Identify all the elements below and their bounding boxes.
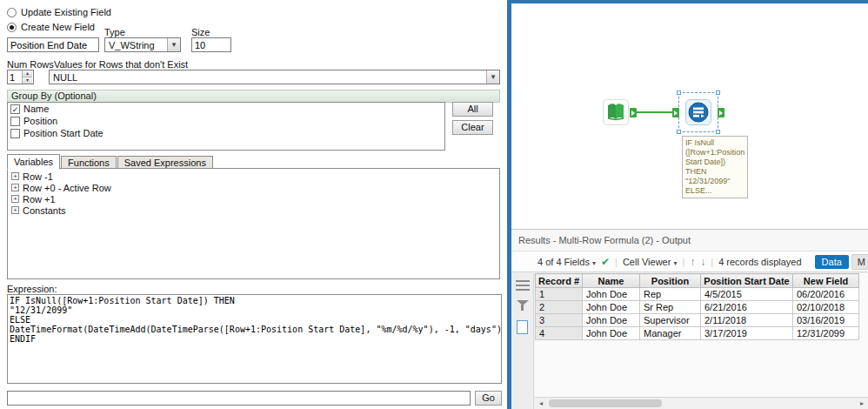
table-cell[interactable]: 4 [536, 327, 583, 340]
create-new-field-radio[interactable]: Create New Field [7, 22, 95, 32]
all-button[interactable]: All [452, 102, 493, 117]
default-values-dropdown[interactable]: NULL ▾ [49, 70, 500, 84]
table-cell[interactable]: 2 [536, 301, 583, 314]
expression-editor[interactable] [7, 294, 502, 384]
column-header[interactable]: Position [640, 274, 701, 288]
selection-handle[interactable] [716, 130, 720, 134]
table-cell[interactable]: John Doe [583, 327, 640, 340]
table-cell[interactable]: John Doe [583, 288, 640, 301]
group-by-item-label: Position Start Date [23, 128, 103, 138]
table-cell[interactable]: John Doe [583, 301, 640, 314]
table-cell[interactable]: 02/10/2018 [793, 301, 859, 314]
expand-plus-icon[interactable]: + [11, 206, 19, 214]
table-cell[interactable]: 2/11/2018 [701, 314, 793, 327]
multi-row-formula-tool[interactable] [685, 99, 711, 127]
down-arrow-icon[interactable]: ↓ [700, 256, 705, 268]
table-view-icon[interactable] [516, 280, 530, 291]
input-data-tool[interactable] [603, 99, 629, 127]
num-rows-label: Num Rows [7, 59, 54, 70]
column-header[interactable]: Record # [536, 274, 583, 288]
column-header[interactable]: Name [583, 274, 640, 288]
input-anchor-icon[interactable] [672, 108, 679, 117]
table-cell[interactable]: John Doe [583, 314, 640, 327]
annotation-line: Start Date]) THEN [685, 158, 744, 177]
table-cell[interactable]: 03/16/2019 [793, 314, 859, 327]
horizontal-scrollbar[interactable]: ◂ ▸ [535, 397, 868, 409]
filter-view-icon[interactable] [516, 299, 530, 312]
output-anchor-icon[interactable] [630, 108, 637, 117]
expand-plus-icon[interactable]: + [11, 195, 19, 203]
table-cell[interactable]: 3 [536, 314, 583, 327]
workflow-canvas[interactable]: IF IsNull([Row+1:PositionStart Date]) TH… [511, 0, 868, 229]
num-rows-input[interactable] [8, 70, 22, 84]
go-button[interactable]: Go [475, 391, 502, 406]
table-row: 2John DoeSr Rep6/21/201602/10/2018 [536, 301, 859, 314]
type-dropdown[interactable]: V_WString ▾ [104, 37, 181, 52]
apply-check-icon[interactable]: ✔ [601, 256, 610, 268]
table-cell[interactable]: Rep [640, 288, 701, 301]
update-existing-field-radio[interactable]: Update Existing Field [7, 7, 111, 17]
checkbox-icon[interactable] [10, 117, 20, 126]
spinner-buttons[interactable]: ▴▾ [22, 70, 32, 84]
tool-annotation[interactable]: IF IsNull([Row+1:PositionStart Date]) TH… [682, 136, 748, 198]
selection-handle[interactable] [677, 130, 681, 134]
radio-label: Update Existing Field [21, 7, 111, 17]
bottom-input[interactable] [7, 391, 471, 406]
tree-item[interactable]: +Row +0 - Active Row [8, 182, 499, 193]
chevron-down-icon[interactable]: ▾ [167, 38, 180, 51]
group-by-item[interactable]: Position Start Date [8, 127, 444, 139]
field-name-input[interactable] [7, 37, 99, 52]
page-view-icon[interactable] [517, 320, 528, 334]
table-cell[interactable]: 06/20/2016 [793, 288, 859, 301]
tree-item[interactable]: +Constants [8, 204, 499, 216]
checkbox-icon[interactable]: ✓ [10, 104, 20, 114]
table-cell[interactable]: 6/21/2016 [701, 301, 793, 314]
scroll-right-icon[interactable]: ▸ [856, 398, 868, 409]
variables-tree: +Row -1+Row +0 - Active Row+Row +1+Const… [7, 168, 500, 279]
selection-handle[interactable] [716, 91, 720, 95]
table-cell[interactable]: 4/5/2015 [701, 288, 793, 301]
tree-item[interactable]: +Row -1 [8, 171, 499, 182]
table-row: 4John DoeManager3/17/201912/31/2099 [536, 327, 859, 340]
table-cell[interactable]: Supervisor [640, 314, 701, 327]
data-toggle-button[interactable]: Data [815, 255, 849, 269]
group-by-item[interactable]: Position [8, 115, 444, 127]
radio-icon[interactable] [7, 8, 17, 17]
scroll-left-icon[interactable]: ◂ [535, 398, 547, 409]
expand-plus-icon[interactable]: + [11, 184, 19, 191]
group-by-item[interactable]: ✓Name [8, 103, 444, 115]
column-header[interactable]: New Field [793, 274, 859, 288]
separator: | [615, 257, 618, 267]
spin-up-icon[interactable]: ▴ [23, 70, 32, 77]
clear-button[interactable]: Clear [452, 120, 493, 135]
num-rows-stepper[interactable]: ▴▾ [7, 70, 34, 84]
records-count: 4 records displayed [718, 257, 801, 267]
scrollbar-thumb[interactable] [549, 399, 662, 407]
connection-line[interactable] [637, 111, 675, 113]
annotation-line: "12/31/2099" [685, 177, 744, 186]
table-cell[interactable]: Manager [640, 327, 701, 340]
cell-viewer-dropdown[interactable]: Cell Viewer ▾ [623, 257, 678, 267]
selection-handle[interactable] [677, 91, 681, 95]
expand-plus-icon[interactable]: + [11, 172, 19, 180]
column-header[interactable]: Position Start Date [701, 274, 793, 288]
tab-variables[interactable]: Variables [7, 154, 60, 170]
table-cell[interactable]: 3/17/2019 [701, 327, 793, 340]
tree-item[interactable]: +Row +1 [8, 193, 499, 204]
table-cell[interactable]: Sr Rep [640, 301, 701, 314]
table-cell[interactable]: 12/31/2099 [793, 327, 859, 340]
separator: | [711, 257, 713, 267]
checkbox-icon[interactable] [10, 129, 20, 138]
radio-selected-icon[interactable] [7, 23, 17, 32]
chevron-down-icon: ▾ [592, 259, 596, 267]
table-cell[interactable]: 1 [536, 288, 583, 301]
chevron-down-icon[interactable]: ▾ [486, 70, 499, 84]
up-arrow-icon[interactable]: ↑ [690, 256, 695, 268]
table-row: 3John DoeSupervisor2/11/201803/16/2019 [536, 314, 859, 327]
output-anchor-icon[interactable] [718, 108, 724, 117]
size-input[interactable] [191, 37, 231, 52]
fields-dropdown[interactable]: 4 of 4 Fields ▾ [537, 257, 596, 267]
metadata-toggle-button[interactable]: M [851, 254, 868, 270]
spin-down-icon[interactable]: ▾ [23, 77, 32, 84]
input-data-icon [603, 99, 629, 125]
